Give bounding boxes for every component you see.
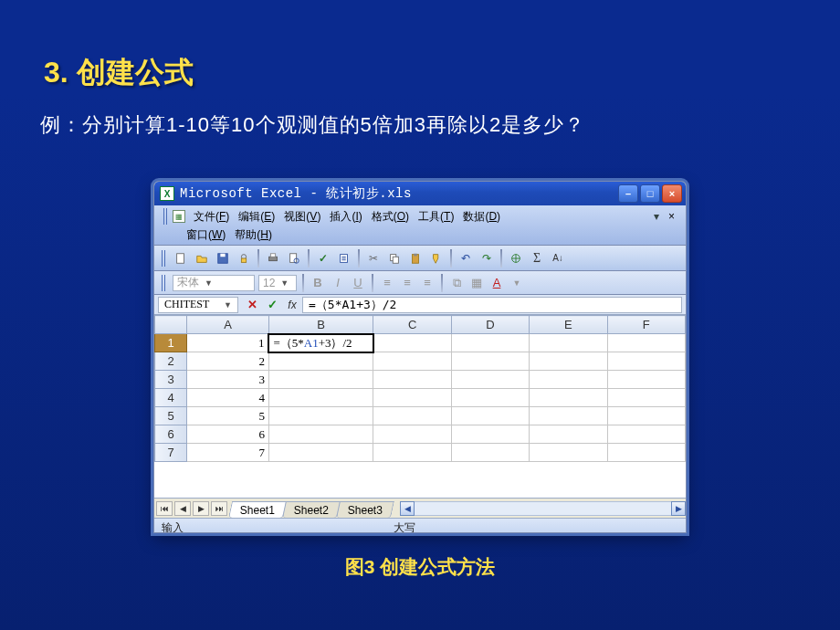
chevron-down-icon[interactable]: ▼ bbox=[509, 275, 525, 291]
scroll-right-button[interactable]: ▶ bbox=[671, 501, 686, 516]
menu-help[interactable]: 帮助(H) bbox=[230, 226, 277, 245]
cell[interactable] bbox=[451, 371, 529, 389]
horizontal-scrollbar[interactable]: ◀ ▶ bbox=[400, 501, 686, 516]
cell-A5[interactable]: 5 bbox=[187, 407, 269, 425]
autosum-icon[interactable]: Σ bbox=[528, 249, 546, 268]
undo-icon[interactable]: ↶ bbox=[457, 249, 475, 268]
print-preview-icon[interactable] bbox=[285, 249, 303, 268]
cell[interactable] bbox=[268, 389, 373, 407]
menu-data[interactable]: 数据(D) bbox=[458, 207, 505, 226]
underline-button[interactable]: U bbox=[350, 275, 366, 291]
formula-input[interactable]: =（5*A1+3）/2 bbox=[302, 297, 682, 313]
cell-A3[interactable]: 3 bbox=[187, 371, 269, 389]
spreadsheet-grid[interactable]: A B C D E F 1 1 =（5*A1+3）/2 22 33 44 55 … bbox=[154, 315, 686, 462]
cell[interactable] bbox=[451, 444, 529, 462]
cell-A6[interactable]: 6 bbox=[187, 425, 269, 444]
name-box[interactable]: CHITEST ▼ bbox=[158, 297, 238, 313]
menu-tools[interactable]: 工具(T) bbox=[414, 207, 458, 226]
row-header-5[interactable]: 5 bbox=[155, 407, 187, 425]
confirm-edit-button[interactable]: ✓ bbox=[262, 297, 282, 313]
select-all-corner[interactable] bbox=[155, 316, 187, 334]
paste-icon[interactable] bbox=[406, 249, 425, 268]
col-header-D[interactable]: D bbox=[451, 316, 529, 334]
cell[interactable] bbox=[373, 352, 451, 371]
cell[interactable] bbox=[607, 371, 685, 389]
permissions-icon[interactable] bbox=[235, 249, 253, 268]
row-header-3[interactable]: 3 bbox=[155, 371, 187, 389]
toolbar-grip[interactable] bbox=[162, 250, 167, 267]
cell[interactable] bbox=[607, 407, 685, 425]
workbook-close-button[interactable]: × bbox=[663, 210, 680, 223]
print-icon[interactable] bbox=[264, 249, 282, 268]
copy-icon[interactable] bbox=[385, 249, 404, 268]
italic-button[interactable]: I bbox=[330, 275, 346, 291]
row-header-2[interactable]: 2 bbox=[155, 352, 187, 371]
font-color-icon[interactable]: A bbox=[488, 275, 505, 291]
borders-icon[interactable]: ▦ bbox=[468, 275, 485, 291]
cell[interactable] bbox=[373, 444, 451, 462]
cell[interactable] bbox=[268, 444, 373, 462]
row-header-7[interactable]: 7 bbox=[155, 444, 187, 462]
tab-nav-last[interactable]: ⏭ bbox=[211, 501, 227, 516]
cell-A2[interactable]: 2 bbox=[187, 352, 269, 371]
sheet-tab-3[interactable]: Sheet3 bbox=[336, 501, 394, 518]
cell[interactable] bbox=[607, 425, 685, 444]
col-header-A[interactable]: A bbox=[187, 316, 269, 334]
cell-B1-editing[interactable]: =（5*A1+3）/2 bbox=[268, 334, 373, 352]
research-icon[interactable] bbox=[335, 249, 353, 268]
col-header-F[interactable]: F bbox=[607, 316, 685, 334]
align-center-icon[interactable]: ≡ bbox=[399, 275, 415, 291]
cell[interactable] bbox=[530, 425, 607, 444]
cell[interactable] bbox=[451, 407, 529, 425]
cell[interactable] bbox=[530, 407, 607, 425]
col-header-C[interactable]: C bbox=[373, 316, 451, 334]
cell[interactable] bbox=[268, 407, 373, 425]
titlebar[interactable]: X Microsoft Excel - 统计初步.xls – □ × bbox=[154, 182, 686, 205]
col-header-B[interactable]: B bbox=[268, 316, 373, 334]
cell[interactable] bbox=[373, 407, 451, 425]
cell[interactable] bbox=[373, 425, 451, 444]
align-left-icon[interactable]: ≡ bbox=[379, 275, 395, 291]
menu-overflow[interactable]: ▾ bbox=[650, 210, 663, 223]
tab-nav-prev[interactable]: ◀ bbox=[174, 501, 191, 516]
col-header-E[interactable]: E bbox=[530, 316, 607, 334]
row-header-4[interactable]: 4 bbox=[155, 389, 187, 407]
cut-icon[interactable]: ✂ bbox=[364, 249, 383, 268]
font-size-combo[interactable]: 12 ▼ bbox=[258, 275, 297, 291]
cell-A7[interactable]: 7 bbox=[187, 444, 269, 462]
cancel-edit-button[interactable]: ✕ bbox=[242, 297, 262, 313]
cell[interactable] bbox=[373, 389, 451, 407]
cell[interactable] bbox=[268, 425, 373, 444]
menu-window[interactable]: 窗口(W) bbox=[182, 226, 230, 245]
tab-nav-next[interactable]: ▶ bbox=[193, 501, 209, 516]
scroll-left-button[interactable]: ◀ bbox=[400, 501, 415, 516]
menubar-grip[interactable] bbox=[163, 208, 169, 225]
cell-A1[interactable]: 1 bbox=[187, 334, 269, 352]
cell[interactable] bbox=[268, 352, 373, 371]
cell[interactable] bbox=[268, 371, 373, 389]
cell[interactable] bbox=[451, 334, 529, 352]
cell-A4[interactable]: 4 bbox=[187, 389, 269, 407]
menu-format[interactable]: 格式(O) bbox=[367, 207, 414, 226]
align-right-icon[interactable]: ≡ bbox=[419, 275, 436, 291]
worksheet-area[interactable]: A B C D E F 1 1 =（5*A1+3）/2 22 33 44 55 … bbox=[154, 315, 686, 498]
cell[interactable] bbox=[530, 334, 607, 352]
fontbar-grip[interactable] bbox=[162, 275, 167, 291]
merge-cells-icon[interactable]: ⧉ bbox=[448, 275, 465, 291]
row-header-6[interactable]: 6 bbox=[155, 425, 187, 444]
menu-insert[interactable]: 插入(I) bbox=[325, 207, 366, 226]
menu-edit[interactable]: 编辑(E) bbox=[234, 207, 279, 226]
cell[interactable] bbox=[530, 371, 607, 389]
cell[interactable] bbox=[451, 389, 529, 407]
cell[interactable] bbox=[451, 425, 529, 444]
cell[interactable] bbox=[530, 352, 607, 371]
cell[interactable] bbox=[607, 444, 685, 462]
cell[interactable] bbox=[373, 371, 451, 389]
font-family-combo[interactable]: 宋体 ▼ bbox=[173, 275, 255, 291]
cell[interactable] bbox=[607, 352, 685, 371]
fx-button[interactable]: fx bbox=[282, 297, 302, 313]
sheet-tab-1[interactable]: Sheet1 bbox=[228, 501, 287, 518]
cell[interactable] bbox=[530, 389, 607, 407]
new-icon[interactable] bbox=[172, 249, 190, 268]
bold-button[interactable]: B bbox=[310, 275, 326, 291]
